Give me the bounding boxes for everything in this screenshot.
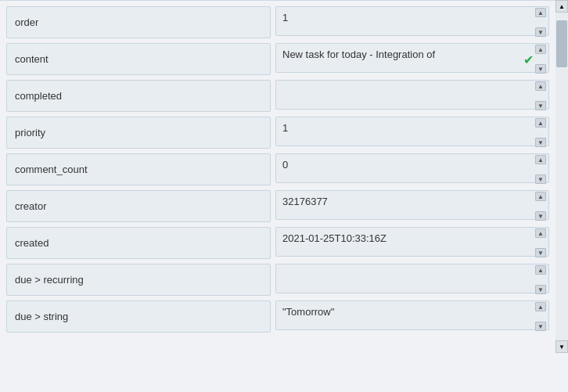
creator-field-label: creator — [6, 190, 271, 222]
due-recurring-field-wrapper: ▲▼ — [275, 264, 549, 296]
content-field-scroll-down[interactable]: ▼ — [535, 64, 546, 74]
order-field-wrapper: ▲▼ — [275, 6, 549, 38]
creator-field-scroll-up[interactable]: ▲ — [535, 192, 546, 201]
created-field-scroll-down[interactable]: ▼ — [535, 248, 546, 257]
due-recurring-field-scroll-arrows: ▲▼ — [535, 264, 548, 296]
field-row-creator-field: creator▲▼ — [6, 190, 549, 222]
due-recurring-field-label: due > recurring — [6, 264, 271, 296]
comment-count-field-label: comment_count — [6, 153, 271, 185]
due-recurring-field-input[interactable] — [275, 264, 549, 293]
priority-field-input[interactable] — [275, 117, 549, 146]
field-row-priority-field: priority▲▼ — [6, 117, 549, 149]
field-row-due-string-field: due > string▲▼ — [6, 300, 549, 333]
form-scroll-area[interactable]: order▲▼content✔▲▼completed▲▼priority▲▼co… — [0, 0, 555, 353]
created-field-input[interactable] — [275, 227, 549, 257]
creator-field-scroll-down[interactable]: ▼ — [535, 211, 546, 221]
field-row-comment-count-field: comment_count▲▼ — [6, 153, 549, 185]
scrollbar-thumb — [556, 20, 567, 67]
comment-count-field-input[interactable] — [275, 153, 549, 183]
scrollbar-up-button[interactable]: ▲ — [555, 0, 568, 13]
created-field-label: created — [6, 227, 271, 259]
comment-count-field-scroll-arrows: ▲▼ — [535, 153, 548, 185]
due-string-field-wrapper: ▲▼ — [275, 300, 549, 333]
created-field-scroll-up[interactable]: ▲ — [535, 228, 546, 238]
field-row-created-field: created▲▼ — [6, 227, 549, 259]
field-row-order-field: order▲▼ — [6, 6, 549, 38]
order-field-label: order — [6, 6, 271, 38]
field-row-due-recurring-field: due > recurring▲▼ — [6, 264, 549, 296]
completed-field-wrapper: ▲▼ — [275, 80, 549, 112]
priority-field-scroll-down[interactable]: ▼ — [535, 138, 546, 147]
priority-field-scroll-arrows: ▲▼ — [535, 117, 548, 149]
field-row-completed-field: completed▲▼ — [6, 80, 549, 112]
main-container: order▲▼content✔▲▼completed▲▼priority▲▼co… — [0, 0, 568, 392]
order-field-scroll-down[interactable]: ▼ — [535, 27, 546, 37]
scrollbar-track — [555, 13, 568, 340]
scrollbar-down-button[interactable]: ▼ — [555, 340, 568, 353]
priority-field-wrapper: ▲▼ — [275, 117, 549, 149]
creator-field-input[interactable] — [275, 190, 549, 220]
priority-field-scroll-up[interactable]: ▲ — [535, 118, 546, 128]
content-field-scroll-arrows: ▲▼ — [535, 43, 548, 75]
field-row-content-field: content✔▲▼ — [6, 43, 549, 75]
order-field-input[interactable] — [275, 6, 549, 36]
completed-field-scroll-down[interactable]: ▼ — [535, 101, 546, 110]
due-string-field-scroll-down[interactable]: ▼ — [535, 322, 546, 331]
content-field-wrapper: ✔▲▼ — [275, 43, 549, 75]
content-field-input[interactable] — [275, 43, 549, 73]
due-string-field-label: due > string — [6, 300, 271, 333]
completed-field-scroll-arrows: ▲▼ — [535, 80, 548, 112]
due-string-field-scroll-arrows: ▲▼ — [535, 300, 548, 333]
due-recurring-field-scroll-up[interactable]: ▲ — [535, 265, 546, 275]
due-string-field-input[interactable] — [275, 300, 549, 330]
priority-field-label: priority — [6, 117, 271, 149]
created-field-scroll-arrows: ▲▼ — [535, 227, 548, 259]
content-field-label: content — [6, 43, 271, 75]
due-recurring-field-scroll-down[interactable]: ▼ — [535, 285, 546, 294]
content-field-scroll-up[interactable]: ▲ — [535, 45, 546, 54]
completed-field-label: completed — [6, 80, 271, 112]
order-field-scroll-arrows: ▲▼ — [535, 6, 548, 38]
order-field-scroll-up[interactable]: ▲ — [535, 8, 546, 17]
created-field-wrapper: ▲▼ — [275, 227, 549, 259]
completed-field-input[interactable] — [275, 80, 549, 110]
comment-count-field-scroll-up[interactable]: ▲ — [535, 155, 546, 164]
completed-field-scroll-up[interactable]: ▲ — [535, 81, 546, 91]
page-scrollbar[interactable]: ▲ ▼ — [555, 0, 568, 353]
comment-count-field-scroll-down[interactable]: ▼ — [535, 174, 546, 184]
content-check-icon: ✔ — [523, 52, 534, 67]
due-string-field-scroll-up[interactable]: ▲ — [535, 302, 546, 311]
comment-count-field-wrapper: ▲▼ — [275, 153, 549, 185]
creator-field-scroll-arrows: ▲▼ — [535, 190, 548, 222]
creator-field-wrapper: ▲▼ — [275, 190, 549, 222]
